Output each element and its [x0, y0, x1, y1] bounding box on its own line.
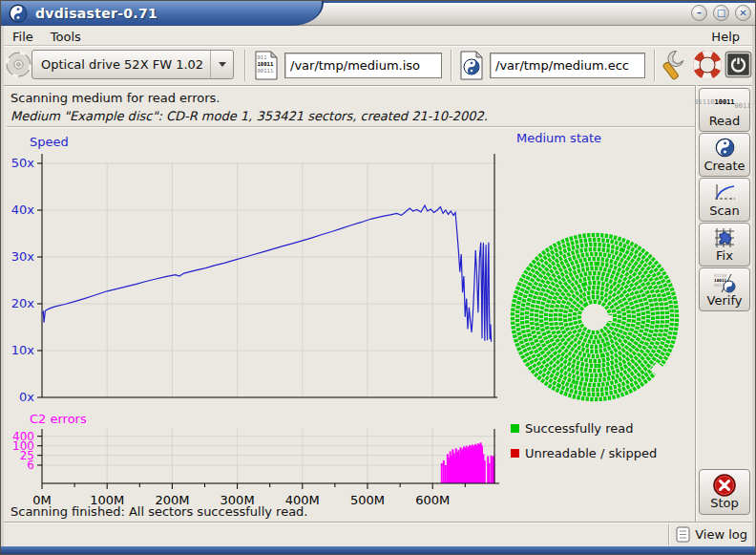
- toolbar-divider: [4, 85, 752, 87]
- toolbar-divider: [451, 50, 452, 81]
- window-frame-right: [752, 26, 755, 546]
- speed-y-tick: 20x: [11, 296, 35, 310]
- create-button[interactable]: Create: [699, 133, 750, 177]
- window-frame-bottom: [1, 546, 755, 554]
- stop-button[interactable]: Stop: [699, 469, 750, 515]
- headline-divider: [7, 126, 695, 128]
- scan-result-text: Scanning finished: All sectors successfu…: [10, 504, 308, 519]
- speed-y-tick: 0x: [19, 390, 34, 404]
- panel-divider: [695, 85, 697, 522]
- chevron-down-icon: [219, 62, 226, 67]
- app-icon: [9, 4, 28, 23]
- legend-item-unreadable: Unreadable / skipped: [511, 446, 657, 460]
- fix-button[interactable]: Fix: [699, 223, 750, 267]
- medium-info-text: Medium "Example disc": CD-R mode 1, 3534…: [10, 107, 488, 125]
- medium-state-disc: [509, 231, 681, 403]
- window-title: dvdisaster-0.71: [35, 6, 158, 21]
- preferences-icon[interactable]: [662, 50, 690, 81]
- menu-bar: File Tools Help: [4, 27, 752, 46]
- x-axis-tick: 500M: [350, 493, 385, 507]
- menu-help[interactable]: Help: [703, 29, 748, 45]
- c2-y-tick: 6: [27, 459, 34, 472]
- toolbar-divider: [244, 50, 246, 81]
- svg-text:011: 011: [258, 54, 267, 60]
- legend-label: Successfully read: [525, 421, 633, 436]
- legend-swatch-green: [511, 424, 519, 433]
- speed-y-tick: 30x: [11, 249, 35, 264]
- iso-file-icon: 011 10011 00111: [255, 51, 278, 80]
- svg-text:10011: 10011: [258, 61, 274, 67]
- statusbar-divider: [1, 522, 755, 523]
- scan-charts: SpeedC2 errors0x10x20x30x40x50x400100256…: [9, 129, 509, 511]
- scan-button[interactable]: Scan: [699, 178, 750, 222]
- verify-button[interactable]: 01110 10011 00111 Verify: [699, 267, 750, 311]
- toolbar-divider: [654, 50, 656, 81]
- stop-icon: [713, 475, 736, 496]
- quit-icon[interactable]: [724, 51, 752, 78]
- scan-icon: [713, 182, 736, 203]
- read-button[interactable]: 011101001100111 Read: [699, 88, 750, 132]
- speed-y-tick: 50x: [11, 156, 35, 170]
- title-bar[interactable]: dvdisaster-0.71 – □ ✕: [1, 1, 756, 26]
- speed-line: [42, 205, 492, 342]
- fix-icon: [714, 227, 735, 248]
- menu-file[interactable]: File: [4, 29, 42, 45]
- iso-file-input[interactable]: [284, 53, 442, 78]
- medium-state-title: Medium state: [516, 131, 601, 145]
- title-tab: dvdisaster-0.71: [1, 1, 324, 26]
- ecc-file-input[interactable]: [490, 53, 645, 78]
- legend-swatch-red: [511, 449, 519, 458]
- toolbar: Optical drive 52X FW 1.02 011 10011 0011…: [4, 47, 752, 85]
- drive-selector[interactable]: Optical drive 52X FW 1.02: [32, 50, 234, 79]
- svg-text:00111: 00111: [258, 68, 274, 74]
- create-icon: [715, 138, 735, 159]
- speed-y-tick: 40x: [11, 203, 35, 217]
- speed-chart-title: Speed: [30, 135, 69, 149]
- viewlog-divider: [668, 524, 670, 545]
- legend-item-read: Successfully read: [511, 421, 633, 436]
- minimize-button[interactable]: –: [691, 5, 707, 21]
- view-log-label: View log: [695, 527, 747, 542]
- ecc-file-icon: [460, 51, 483, 80]
- view-log-icon: [676, 526, 690, 543]
- drive-selector-arrow[interactable]: [210, 51, 233, 78]
- app-window: dvdisaster-0.71 – □ ✕ File Tools Help Op…: [0, 0, 756, 555]
- x-axis-tick: 600M: [415, 493, 450, 507]
- drive-selector-value: Optical drive 52X FW 1.02: [32, 57, 210, 72]
- window-frame-left: [1, 26, 4, 546]
- read-icon: 011101001100111: [694, 93, 754, 114]
- c2-chart-title: C2 errors: [30, 412, 87, 426]
- close-button[interactable]: ✕: [735, 5, 751, 21]
- maximize-button[interactable]: □: [713, 5, 729, 21]
- headline-text: Scanning medium for read errors.: [10, 89, 488, 107]
- menu-tools[interactable]: Tools: [42, 29, 90, 45]
- action-button-column: 011101001100111 Read Create: [699, 88, 750, 312]
- help-icon[interactable]: [693, 50, 722, 80]
- legend-label: Unreadable / skipped: [525, 446, 657, 460]
- speed-y-tick: 10x: [11, 343, 35, 357]
- status-headline: Scanning medium for read errors. Medium …: [10, 89, 488, 125]
- verify-icon: 01110 10011 00111: [712, 272, 737, 293]
- drive-icon[interactable]: [5, 51, 32, 78]
- view-log-button[interactable]: View log: [676, 526, 747, 543]
